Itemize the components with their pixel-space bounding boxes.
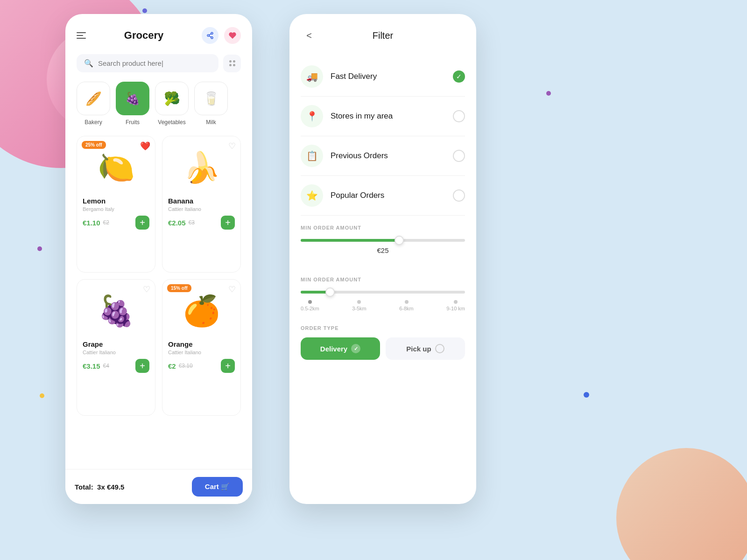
orange-image: 🍊 xyxy=(168,285,235,336)
banana-heart[interactable]: ♡ xyxy=(228,141,236,151)
distance-section: MIN ORDER AMOUNT 0.5-2km 3-5km xyxy=(301,267,465,316)
banana-pricing: €2.05 €3 + xyxy=(168,216,235,230)
filter-header: < Filter xyxy=(301,27,465,44)
back-icon: < xyxy=(306,30,312,41)
grape-add-button[interactable]: + xyxy=(135,359,149,373)
pickup-button[interactable]: Pick up xyxy=(386,337,465,360)
category-milk-label: Milk xyxy=(206,119,216,126)
banana-price-old: €3 xyxy=(189,219,195,226)
category-milk[interactable]: 🥛 Milk xyxy=(194,82,228,126)
order-type-section: ORDER TYPE Delivery ✓ Pick up xyxy=(301,316,465,360)
product-grid: 25% off ❤️ 🍋 Lemon Bergamo Italy €1.10 €… xyxy=(77,136,241,453)
grape-image: 🍇 xyxy=(83,285,149,336)
lemon-price: €1.10 €2 xyxy=(83,219,109,227)
grocery-header: Grocery xyxy=(77,27,241,44)
orange-heart[interactable]: ♡ xyxy=(228,284,236,294)
min-order-value: €25 xyxy=(301,246,465,254)
orange-price-current: €2 xyxy=(168,362,176,370)
dot-1 xyxy=(142,8,147,13)
right-phone-inner: < Filter 🚚 Fast Delivery ✓ 📍 Stores in m… xyxy=(289,14,476,360)
right-phone: < Filter 🚚 Fast Delivery ✓ 📍 Stores in m… xyxy=(289,14,476,504)
product-orange: 15% off ♡ 🍊 Orange Cattier Italiano €2 €… xyxy=(162,279,241,416)
order-type-buttons: Delivery ✓ Pick up xyxy=(301,337,465,360)
banana-origin: Cattier Italiano xyxy=(168,206,235,212)
banana-image: 🍌 xyxy=(168,142,235,193)
banana-add-button[interactable]: + xyxy=(221,216,235,230)
previous-orders-label: Previous Orders xyxy=(331,151,453,161)
min-order-thumb[interactable] xyxy=(395,236,404,245)
min-order-slider[interactable] xyxy=(301,239,465,242)
header-icons xyxy=(202,27,241,44)
fruits-icon-box: 🍇 xyxy=(116,82,149,115)
min-order-fill xyxy=(301,239,399,242)
pickup-radio xyxy=(435,344,444,353)
distance-dot-3: 6-8km xyxy=(399,300,414,311)
back-button[interactable]: < xyxy=(301,27,317,44)
left-phone-inner: Grocery xyxy=(65,14,252,453)
cart-total: Total: 3x €49.5 xyxy=(75,483,124,491)
orange-pricing: €2 €3.10 + xyxy=(168,359,235,373)
filter-stores[interactable]: 📍 Stores in my area xyxy=(301,97,465,136)
search-input[interactable] xyxy=(98,59,211,67)
banana-price-current: €2.05 xyxy=(168,219,186,227)
distance-dot-1: 0.5-2km xyxy=(301,300,319,311)
filter-popular-orders[interactable]: ⭐ Popular Orders xyxy=(301,176,465,216)
grape-name: Grape xyxy=(83,340,149,348)
svg-line-4 xyxy=(209,34,211,35)
category-vegetables[interactable]: 🥦 Vegetables xyxy=(155,82,189,126)
fast-delivery-label: Fast Delivery xyxy=(331,72,453,81)
lemon-price-old: €2 xyxy=(103,219,109,226)
cart-total-label: Total: xyxy=(75,483,93,491)
lemon-badge: 25% off xyxy=(82,141,106,149)
search-bar: 🔍 xyxy=(77,54,241,72)
lemon-image: 🍋 xyxy=(83,142,149,193)
stores-icon: 📍 xyxy=(301,105,323,127)
svg-line-3 xyxy=(209,36,211,37)
grape-origin: Cattier Italiano xyxy=(83,350,149,355)
favorite-button[interactable] xyxy=(224,27,241,44)
filter-previous-orders[interactable]: 📋 Previous Orders xyxy=(301,136,465,176)
filter-icon[interactable] xyxy=(223,55,241,72)
cart-bar: Total: 3x €49.5 Cart 🛒 xyxy=(65,469,252,504)
orange-badge: 15% off xyxy=(167,284,191,292)
distance-dot-active xyxy=(308,300,312,304)
grape-heart[interactable]: ♡ xyxy=(143,284,150,294)
banana-name: Banana xyxy=(168,197,235,205)
hamburger-menu[interactable] xyxy=(77,32,86,39)
product-lemon: 25% off ❤️ 🍋 Lemon Bergamo Italy €1.10 €… xyxy=(77,136,155,273)
stores-label: Stores in my area xyxy=(331,112,453,121)
orange-add-button[interactable]: + xyxy=(221,359,235,373)
fast-delivery-radio: ✓ xyxy=(453,70,465,83)
grape-price-old: €4 xyxy=(103,363,109,369)
milk-icon-box: 🥛 xyxy=(194,82,228,115)
popular-orders-icon: ⭐ xyxy=(301,184,323,207)
banana-price: €2.05 €3 xyxy=(168,219,195,227)
orange-name: Orange xyxy=(168,340,235,348)
product-banana: ♡ 🍌 Banana Cattier Italiano €2.05 €3 + xyxy=(162,136,241,273)
filter-title: Filter xyxy=(317,30,448,41)
cart-button[interactable]: Cart 🛒 xyxy=(192,477,243,497)
lemon-pricing: €1.10 €2 + xyxy=(83,216,149,230)
share-button[interactable] xyxy=(202,27,218,44)
distance-label-1: 0.5-2km xyxy=(301,306,319,311)
fast-delivery-icon: 🚚 xyxy=(301,65,323,88)
distance-dot-2-circle xyxy=(357,300,361,304)
left-phone: Grocery xyxy=(65,14,252,504)
dot-7 xyxy=(584,392,589,398)
distance-slider[interactable] xyxy=(301,291,465,294)
lemon-heart[interactable]: ❤️ xyxy=(140,141,150,151)
popular-orders-label: Popular Orders xyxy=(331,191,453,200)
lemon-add-button[interactable]: + xyxy=(135,216,149,230)
phones-container: Grocery xyxy=(65,14,476,504)
distance-thumb[interactable] xyxy=(325,287,335,297)
category-fruits[interactable]: 🍇 Fruits xyxy=(116,82,149,126)
orange-price-old: €3.10 xyxy=(179,363,193,369)
search-input-wrap[interactable]: 🔍 xyxy=(77,54,218,72)
grape-pricing: €3.15 €4 + xyxy=(83,359,149,373)
lemon-origin: Bergamo Italy xyxy=(83,206,149,212)
orange-price: €2 €3.10 xyxy=(168,362,193,370)
delivery-button[interactable]: Delivery ✓ xyxy=(301,337,380,360)
category-bakery[interactable]: 🥖 Bakery xyxy=(77,82,110,126)
filter-fast-delivery[interactable]: 🚚 Fast Delivery ✓ xyxy=(301,57,465,97)
delivery-label: Delivery xyxy=(320,345,347,353)
